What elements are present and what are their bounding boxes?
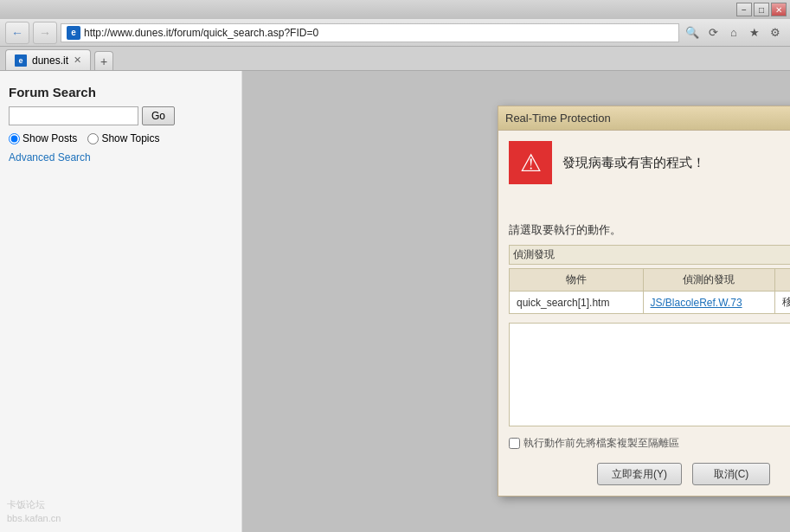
tab-bar: e dunes.it ✕ + xyxy=(0,47,790,71)
back-button[interactable]: ← xyxy=(5,22,29,44)
tab-label: dunes.it xyxy=(32,54,68,67)
forum-search-title: Forum Search xyxy=(9,85,233,99)
browser-close-button[interactable]: ✕ xyxy=(771,3,787,16)
rtp-checkbox-row: 執行動作前先將檔案複製至隔離區 xyxy=(509,436,679,451)
nav-bar: ← → e http://www.dunes.it/forum/quick_se… xyxy=(0,19,790,47)
rtp-checkbox-label: 執行動作前先將檔案複製至隔離區 xyxy=(523,436,679,451)
tools-icon[interactable]: ⚙ xyxy=(766,23,785,42)
table-row: quick_search[1].htm JS/BlacoleRef.W.73 移… xyxy=(510,292,791,314)
show-topics-label: Show Topics xyxy=(101,132,159,144)
table-header-object: 物件 xyxy=(510,269,644,292)
show-topics-radio[interactable]: Show Topics xyxy=(87,132,159,144)
search-icon[interactable]: 🔍 xyxy=(683,23,702,42)
show-topics-radio-input[interactable] xyxy=(87,133,99,144)
show-posts-radio-input[interactable] xyxy=(9,133,20,144)
title-bar: − □ ✕ xyxy=(0,0,790,19)
rtp-table-empty-area xyxy=(509,323,790,426)
refresh-icon[interactable]: ⟳ xyxy=(703,23,723,42)
home-icon[interactable]: ⌂ xyxy=(724,23,743,42)
rtp-instruction: 請選取要執行的動作。 xyxy=(509,222,790,238)
rtp-alert-row: ⚠ 發現病毒或有害的程式！ xyxy=(509,141,790,184)
active-tab[interactable]: e dunes.it ✕ xyxy=(5,49,91,70)
rtp-dialog: Real-Time Protection ✕ ⚠ 發現病毒或有害的程式！ ? 說… xyxy=(498,106,790,497)
rtp-detection-label: 偵測發現 xyxy=(509,245,790,265)
search-input[interactable] xyxy=(9,106,138,125)
rtp-cancel-button[interactable]: 取消(C) xyxy=(692,463,770,485)
content-area: Forum Search Go Show Posts Show Topics A… xyxy=(0,71,790,532)
table-cell-object: quick_search[1].htm xyxy=(510,292,644,314)
browser-window: − □ ✕ ← → e http://www.dunes.it/forum/qu… xyxy=(0,0,790,532)
address-bar[interactable]: e http://www.dunes.it/forum/quick_search… xyxy=(61,23,679,42)
rtp-detections-table: 物件 偵測的發現 動作 quick_search[1].htm JS/Blaco… xyxy=(509,268,790,314)
forward-button[interactable]: → xyxy=(33,22,57,44)
table-header-detection: 偵測的發現 xyxy=(643,269,775,292)
show-posts-radio[interactable]: Show Posts xyxy=(9,132,77,144)
rtp-titlebar: Real-Time Protection ✕ xyxy=(498,106,790,131)
favorites-icon[interactable]: ★ xyxy=(745,23,764,42)
nav-right-icons: 🔍 ⟳ ⌂ ★ ⚙ xyxy=(683,23,785,42)
table-cell-detection[interactable]: JS/BlacoleRef.W.73 xyxy=(643,292,775,314)
table-cell-action: 移至隔離區 xyxy=(775,292,790,314)
advanced-search-link[interactable]: Advanced Search xyxy=(9,151,91,163)
rtp-bottom-bar: 執行動作前先將檔案複製至隔離區 病毒資訊 xyxy=(509,435,790,451)
watermark-line2: bbs.kafan.cn xyxy=(7,512,61,525)
main-content: Real-Time Protection ✕ ⚠ 發現病毒或有害的程式！ ? 說… xyxy=(242,71,790,532)
rtp-body: ⚠ 發現病毒或有害的程式！ ? 說明 請選取要執行的動作。 偵測發現 xyxy=(498,131,790,496)
tab-close-button[interactable]: ✕ xyxy=(74,54,81,66)
address-url: http://www.dunes.it/forum/quick_search.a… xyxy=(84,27,318,39)
sidebar: Forum Search Go Show Posts Show Topics A… xyxy=(0,71,242,532)
radio-row: Show Posts Show Topics xyxy=(9,132,233,144)
watermark-line1: 卡饭论坛 xyxy=(7,498,61,511)
show-posts-label: Show Posts xyxy=(22,132,77,144)
table-header-action: 動作 xyxy=(775,269,790,292)
restore-button[interactable]: □ xyxy=(754,3,769,16)
new-tab-button[interactable]: + xyxy=(94,51,113,70)
rtp-copy-checkbox[interactable] xyxy=(509,438,520,449)
tab-favicon: e xyxy=(15,54,27,67)
search-row: Go xyxy=(9,106,233,125)
address-favicon: e xyxy=(67,26,80,40)
rtp-alert-text: 發現病毒或有害的程式！ xyxy=(562,155,705,171)
rtp-apply-button[interactable]: 立即套用(Y) xyxy=(597,463,682,485)
minimize-button[interactable]: − xyxy=(736,3,752,16)
watermark: 卡饭论坛 bbs.kafan.cn xyxy=(7,498,61,525)
rtp-dialog-title: Real-Time Protection xyxy=(505,112,611,125)
rtp-buttons: 立即套用(Y) 取消(C) xyxy=(509,459,790,485)
rtp-alert-icon: ⚠ xyxy=(509,141,552,184)
go-button[interactable]: Go xyxy=(142,106,175,125)
rtp-help-row: ? 說明 xyxy=(509,196,790,214)
